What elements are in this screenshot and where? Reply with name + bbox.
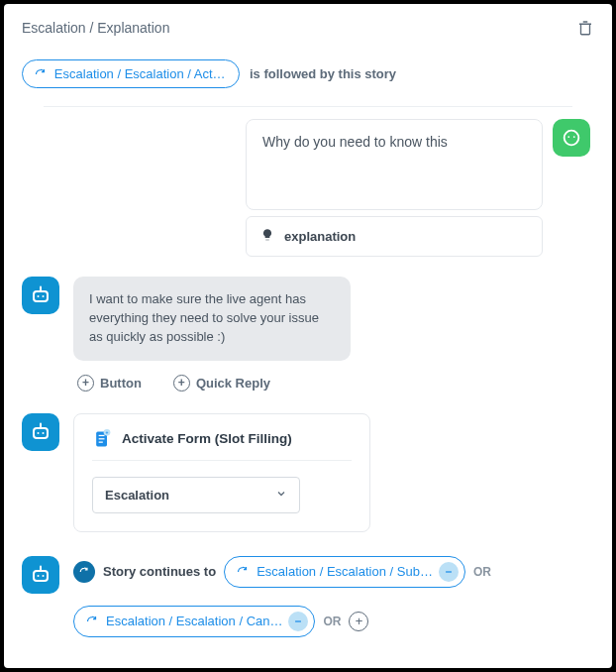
continue-story-label: Escalation / Escalation / Sub… [257, 564, 433, 579]
continue-story-pill[interactable]: Escalation / Escalation / Can… [73, 606, 315, 637]
form-action-row: + Activate Form (Slot Filling) Escalatio… [22, 413, 594, 532]
add-quick-reply-label: Quick Reply [196, 376, 270, 391]
svg-point-12 [40, 422, 42, 424]
or-label: OR [473, 565, 491, 579]
lightbulb-icon [260, 227, 274, 246]
bot-avatar [22, 413, 59, 451]
bot-response-text: I want to make sure the live agent has e… [89, 291, 319, 344]
arrow-circle-icon [73, 561, 95, 583]
bot-response-row: I want to make sure the live agent has e… [22, 277, 594, 361]
remove-story-icon[interactable] [439, 562, 459, 582]
bot-avatar [22, 277, 59, 314]
continues-label: Story continues to [103, 564, 216, 579]
arrow-icon [84, 616, 100, 627]
add-button[interactable]: + Button [73, 373, 146, 393]
svg-rect-8 [34, 428, 48, 438]
panel-header: Escalation / Explanation [4, 4, 612, 44]
plus-icon: + [173, 375, 190, 392]
bot-avatar [22, 556, 59, 594]
svg-point-21 [43, 575, 45, 577]
story-title: Escalation / Explanation [22, 20, 169, 36]
delete-icon[interactable] [576, 18, 594, 38]
divider [44, 106, 572, 107]
add-button-label: Button [100, 376, 142, 391]
plus-icon: + [77, 375, 94, 392]
svg-point-2 [573, 136, 575, 138]
svg-point-4 [38, 295, 40, 297]
preceding-story-row: Escalation / Escalation / Acti… is follo… [22, 54, 594, 98]
svg-point-5 [43, 295, 45, 297]
form-select[interactable]: Escalation [92, 477, 300, 513]
story-editor-panel: Escalation / Explanation Escalation / Es… [4, 4, 612, 668]
story-continues-row: Story continues to Escalation / Escalati… [22, 556, 594, 637]
svg-rect-14 [99, 434, 105, 435]
svg-point-23 [40, 565, 42, 567]
continue-story-label: Escalation / Escalation / Can… [106, 614, 282, 628]
continue-story-pill[interactable]: Escalation / Escalation / Sub… [224, 556, 465, 588]
svg-rect-15 [99, 438, 105, 439]
intent-box[interactable]: explanation [246, 216, 543, 257]
svg-rect-3 [34, 291, 48, 301]
svg-point-20 [38, 575, 40, 577]
preceding-story-pill[interactable]: Escalation / Escalation / Acti… [22, 59, 240, 88]
user-avatar [553, 119, 590, 157]
svg-text:+: + [106, 429, 109, 435]
svg-point-9 [38, 432, 40, 434]
svg-rect-19 [34, 571, 48, 581]
form-title: Activate Form (Slot Filling) [122, 431, 292, 446]
user-message-text: Why do you need to know this [262, 134, 448, 150]
svg-point-1 [567, 136, 569, 138]
or-label: OR [323, 615, 341, 628]
remove-story-icon[interactable] [288, 612, 308, 631]
form-title-row: + Activate Form (Slot Filling) [92, 428, 352, 461]
svg-point-0 [565, 131, 579, 146]
chevron-down-icon [275, 488, 287, 503]
svg-rect-16 [99, 441, 103, 442]
svg-point-7 [40, 286, 42, 288]
followed-by-text: is followed by this story [250, 66, 396, 81]
arrow-icon [33, 68, 49, 80]
user-message-bubble[interactable]: Why do you need to know this [246, 119, 543, 210]
svg-point-10 [43, 432, 45, 434]
activate-form-card: + Activate Form (Slot Filling) Escalatio… [73, 413, 370, 532]
add-quick-reply[interactable]: + Quick Reply [169, 373, 274, 393]
bot-response-bubble[interactable]: I want to make sure the live agent has e… [73, 277, 351, 361]
arrow-icon [235, 566, 251, 578]
add-continue-story[interactable]: + [349, 612, 368, 631]
response-actions-row: + Button + Quick Reply [73, 373, 594, 393]
user-message-row: Why do you need to know this explanation [22, 119, 594, 257]
preceding-story-label: Escalation / Escalation / Acti… [54, 66, 227, 81]
form-select-value: Escalation [105, 488, 169, 503]
form-icon: + [92, 428, 112, 450]
intent-label: explanation [284, 229, 356, 244]
